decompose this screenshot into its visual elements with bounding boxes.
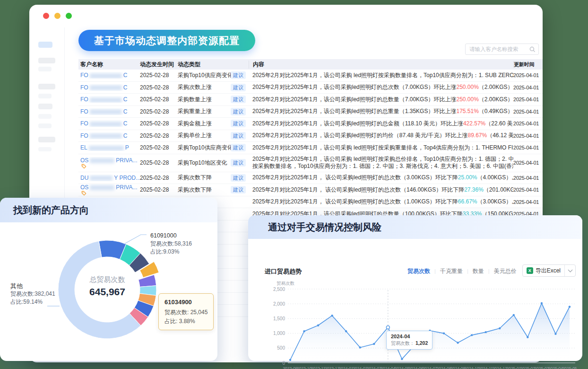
maximize-window-icon[interactable] [66,13,72,19]
sidebar-menu-placeholder [38,147,52,151]
suggestion-badge: 建议 [231,96,246,103]
column-header: 客户名称 [78,61,140,69]
update-time-cell: 2025-04-01 [513,175,543,181]
customer-name-link[interactable]: FO [80,96,88,103]
redacted-name [90,158,114,163]
customer-name-cell[interactable]: DUY PROD... [78,175,140,181]
customer-name-link[interactable]: FO [80,72,88,79]
minimize-window-icon[interactable] [54,13,61,19]
data-point[interactable] [345,330,347,332]
svg-text:2024-01: 2024-01 [339,366,354,369]
customer-name-link[interactable]: DU [80,175,88,181]
customer-name-cell[interactable]: FOC [78,132,140,139]
svg-text:2024-06: 2024-06 [408,366,423,369]
content-cell: 2025年2月对比2025年1月，该公司采购 led照明灯按采购数量排名，Top… [249,72,513,79]
data-point[interactable] [499,327,501,329]
data-point[interactable] [317,325,319,326]
customer-name-cell[interactable]: FOC [78,108,140,115]
customer-name-cell[interactable]: OSPRIVA... [78,184,140,196]
data-point[interactable] [527,336,528,338]
data-point[interactable] [373,343,375,345]
customer-name-cell[interactable]: OSPRIVA... [78,157,140,169]
customer-name-link[interactable]: FO [80,108,88,115]
customer-name-link[interactable]: P [125,144,129,151]
svg-text:2024-10: 2024-10 [465,366,479,369]
data-point[interactable] [541,302,543,304]
column-header: 动态类型 [178,61,249,69]
search-input[interactable] [466,46,529,52]
customer-name-link[interactable]: C [123,132,128,139]
svg-text:2024-03: 2024-03 [367,366,381,369]
sidebar-menu-placeholder [38,58,55,63]
table-row[interactable]: ELP2025-02-28采购Top10供应商变化建议2025年2月对比2025… [78,142,543,154]
table-row[interactable]: FOC2025-02-28采购重量上涨建议2025年2月对比2025年1月，该公… [78,106,543,118]
customer-name-link[interactable]: PRIVA... [116,184,137,191]
customer-name-link[interactable]: FO [80,84,88,91]
data-point[interactable] [331,315,333,316]
data-point[interactable] [359,346,361,348]
table-row[interactable]: FOC2025-02-28采购次数上涨建议2025年2月对比2025年1月，该公… [78,82,543,94]
line-chart[interactable]: 05001,0001,5002,0002,500贸易次数2023-092023-… [248,263,582,369]
highlighted-data-point[interactable] [386,325,389,329]
tag-icon [81,191,86,196]
customer-search-box[interactable] [465,44,539,55]
table-row[interactable]: OSPRIVA...2025-02-28采购Top10地区变化建议2025年2月… [78,154,543,172]
table-row[interactable]: FOC2025-02-28采购Top10供应商变化建议2025年2月对比2025… [78,70,543,82]
customer-name-link[interactable]: OS [80,157,88,164]
data-point[interactable] [443,332,445,334]
customer-name-link[interactable]: PRIVA... [116,157,137,164]
table-row[interactable]: DUY PROD...2025-02-28采购次数下降建议2025年2月对比20… [78,172,543,184]
table-row[interactable]: FOC2025-02-28采购金额上涨建议2025年2月对比2025年1月，该公… [78,118,543,130]
customer-name-link[interactable]: OS [80,184,88,191]
customer-name-link[interactable]: FO [80,132,88,139]
data-point[interactable] [569,306,571,308]
update-time-cell: 2025-04-01 [513,187,543,193]
customer-name-link[interactable]: C [123,72,128,79]
suggestion-badge: 建议 [231,174,246,182]
data-point[interactable] [303,330,305,332]
svg-text:2025-02: 2025-02 [520,366,535,369]
redacted-name [90,185,114,190]
suggestion-badge: 建议 [231,159,246,167]
close-window-icon[interactable] [43,13,49,19]
table-row[interactable]: FOC2025-02-28采购数量上涨建议2025年2月对比2025年1月，该公… [78,94,543,106]
page-background: 基于市场动态调整内部资源配置 客户名称动态发生时间动态类型内容更新时间 FOC2… [0,0,588,369]
data-point[interactable] [457,342,458,343]
customer-name-cell[interactable]: FOC [78,84,140,91]
svg-text:2024-12: 2024-12 [493,366,507,369]
svg-text:2025-03: 2025-03 [534,366,549,369]
dynamic-date-cell: 2025-02-28 [140,175,178,181]
customer-name-link[interactable]: C [123,120,128,127]
sidebar-menu-placeholder [38,67,52,71]
svg-text:2,500: 2,500 [273,287,285,292]
content-cell: 2025年2月对比2025年1月， 该公司采购led照明灯的总次数（1.00KG… [249,198,513,205]
data-point[interactable] [401,358,403,360]
donut-callout-other: 其他 贸易次数:382,041 占比:59.14% [10,282,55,306]
customer-name-link[interactable]: Y PROD... [114,175,140,181]
table-row[interactable]: OSPRIVA...2025-02-28采购次数下降建议2025年2月对比202… [78,184,543,196]
data-point[interactable] [471,334,473,336]
customer-name-link[interactable]: C [123,96,128,103]
svg-text:2023-11: 2023-11 [311,366,326,369]
customer-name-cell[interactable]: ELP [78,144,140,151]
content-cell: 2025年2月对比2025年1月， 该公司采购led照明灯的总次数（146.00… [249,186,513,193]
table-row[interactable]: FOC2025-02-28采购单价上涨建议2025年2月对比2025年1月，该公… [78,130,543,142]
search-icon[interactable] [529,46,536,53]
line-chart-tooltip: 2024-04 贸易次数：1,202 [386,331,432,350]
customer-name-link[interactable]: C [123,84,128,91]
data-point[interactable] [513,314,515,316]
redacted-name [90,73,122,79]
product-direction-card: 找到新的产品方向 总贸易次数 645,967 61091000 贸易次数:58,… [0,198,217,361]
customer-name-link[interactable]: FO [80,120,88,127]
customer-name-link[interactable]: C [123,108,128,115]
data-point[interactable] [485,331,487,333]
customer-name-cell[interactable]: FOC [78,72,140,79]
data-point[interactable] [554,333,556,335]
customer-name-cell[interactable]: FOC [78,96,140,103]
data-point[interactable] [289,359,291,361]
customer-name-link[interactable]: EL [80,144,87,151]
customer-name-cell[interactable]: FOC [78,120,140,127]
redacted-name [90,109,122,114]
donut-center-title: 总贸易次数 [69,275,145,284]
svg-text:2024-02: 2024-02 [353,366,367,369]
